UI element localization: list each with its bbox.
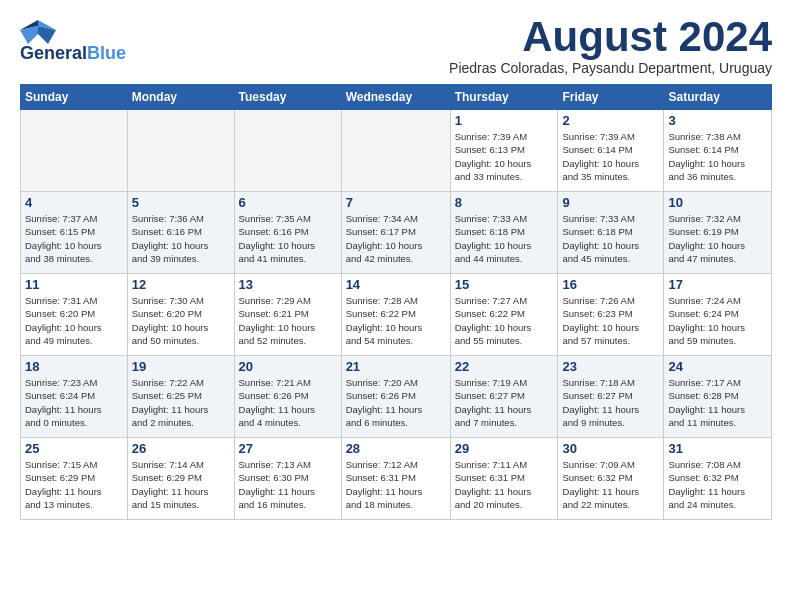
calendar-cell: 15Sunrise: 7:27 AM Sunset: 6:22 PM Dayli… xyxy=(450,274,558,356)
day-number: 2 xyxy=(562,113,659,128)
calendar-cell: 29Sunrise: 7:11 AM Sunset: 6:31 PM Dayli… xyxy=(450,438,558,520)
weekday-header-saturday: Saturday xyxy=(664,85,772,110)
day-info: Sunrise: 7:21 AM Sunset: 6:26 PM Dayligh… xyxy=(239,376,337,429)
calendar-cell: 6Sunrise: 7:35 AM Sunset: 6:16 PM Daylig… xyxy=(234,192,341,274)
day-info: Sunrise: 7:33 AM Sunset: 6:18 PM Dayligh… xyxy=(455,212,554,265)
day-number: 23 xyxy=(562,359,659,374)
day-number: 18 xyxy=(25,359,123,374)
day-info: Sunrise: 7:26 AM Sunset: 6:23 PM Dayligh… xyxy=(562,294,659,347)
day-number: 22 xyxy=(455,359,554,374)
day-number: 11 xyxy=(25,277,123,292)
calendar-cell: 18Sunrise: 7:23 AM Sunset: 6:24 PM Dayli… xyxy=(21,356,128,438)
calendar-week-5: 25Sunrise: 7:15 AM Sunset: 6:29 PM Dayli… xyxy=(21,438,772,520)
day-info: Sunrise: 7:33 AM Sunset: 6:18 PM Dayligh… xyxy=(562,212,659,265)
calendar-week-4: 18Sunrise: 7:23 AM Sunset: 6:24 PM Dayli… xyxy=(21,356,772,438)
title-block: August 2024 Piedras Coloradas, Paysandu … xyxy=(449,16,772,76)
day-number: 20 xyxy=(239,359,337,374)
day-number: 3 xyxy=(668,113,767,128)
calendar-cell xyxy=(341,110,450,192)
day-info: Sunrise: 7:37 AM Sunset: 6:15 PM Dayligh… xyxy=(25,212,123,265)
logo: General Blue xyxy=(20,16,126,64)
weekday-header-wednesday: Wednesday xyxy=(341,85,450,110)
day-number: 5 xyxy=(132,195,230,210)
day-number: 1 xyxy=(455,113,554,128)
day-number: 24 xyxy=(668,359,767,374)
calendar-cell: 1Sunrise: 7:39 AM Sunset: 6:13 PM Daylig… xyxy=(450,110,558,192)
day-number: 6 xyxy=(239,195,337,210)
calendar-cell: 10Sunrise: 7:32 AM Sunset: 6:19 PM Dayli… xyxy=(664,192,772,274)
day-number: 29 xyxy=(455,441,554,456)
day-info: Sunrise: 7:11 AM Sunset: 6:31 PM Dayligh… xyxy=(455,458,554,511)
day-number: 4 xyxy=(25,195,123,210)
day-number: 25 xyxy=(25,441,123,456)
day-number: 9 xyxy=(562,195,659,210)
month-title: August 2024 xyxy=(449,16,772,58)
calendar-cell: 2Sunrise: 7:39 AM Sunset: 6:14 PM Daylig… xyxy=(558,110,664,192)
day-info: Sunrise: 7:31 AM Sunset: 6:20 PM Dayligh… xyxy=(25,294,123,347)
day-info: Sunrise: 7:39 AM Sunset: 6:14 PM Dayligh… xyxy=(562,130,659,183)
calendar-cell: 26Sunrise: 7:14 AM Sunset: 6:29 PM Dayli… xyxy=(127,438,234,520)
day-number: 17 xyxy=(668,277,767,292)
day-info: Sunrise: 7:20 AM Sunset: 6:26 PM Dayligh… xyxy=(346,376,446,429)
day-info: Sunrise: 7:32 AM Sunset: 6:19 PM Dayligh… xyxy=(668,212,767,265)
day-number: 19 xyxy=(132,359,230,374)
day-info: Sunrise: 7:28 AM Sunset: 6:22 PM Dayligh… xyxy=(346,294,446,347)
calendar-cell xyxy=(234,110,341,192)
day-number: 12 xyxy=(132,277,230,292)
day-info: Sunrise: 7:13 AM Sunset: 6:30 PM Dayligh… xyxy=(239,458,337,511)
calendar-cell: 9Sunrise: 7:33 AM Sunset: 6:18 PM Daylig… xyxy=(558,192,664,274)
calendar-cell: 13Sunrise: 7:29 AM Sunset: 6:21 PM Dayli… xyxy=(234,274,341,356)
day-info: Sunrise: 7:18 AM Sunset: 6:27 PM Dayligh… xyxy=(562,376,659,429)
calendar-cell: 4Sunrise: 7:37 AM Sunset: 6:15 PM Daylig… xyxy=(21,192,128,274)
day-info: Sunrise: 7:27 AM Sunset: 6:22 PM Dayligh… xyxy=(455,294,554,347)
weekday-header-monday: Monday xyxy=(127,85,234,110)
day-number: 31 xyxy=(668,441,767,456)
day-info: Sunrise: 7:38 AM Sunset: 6:14 PM Dayligh… xyxy=(668,130,767,183)
calendar-cell: 11Sunrise: 7:31 AM Sunset: 6:20 PM Dayli… xyxy=(21,274,128,356)
day-info: Sunrise: 7:39 AM Sunset: 6:13 PM Dayligh… xyxy=(455,130,554,183)
day-number: 16 xyxy=(562,277,659,292)
day-number: 13 xyxy=(239,277,337,292)
day-info: Sunrise: 7:24 AM Sunset: 6:24 PM Dayligh… xyxy=(668,294,767,347)
calendar-cell xyxy=(127,110,234,192)
calendar-table: SundayMondayTuesdayWednesdayThursdayFrid… xyxy=(20,84,772,520)
calendar-cell: 8Sunrise: 7:33 AM Sunset: 6:18 PM Daylig… xyxy=(450,192,558,274)
calendar-cell: 3Sunrise: 7:38 AM Sunset: 6:14 PM Daylig… xyxy=(664,110,772,192)
calendar-cell xyxy=(21,110,128,192)
day-info: Sunrise: 7:12 AM Sunset: 6:31 PM Dayligh… xyxy=(346,458,446,511)
calendar-cell: 19Sunrise: 7:22 AM Sunset: 6:25 PM Dayli… xyxy=(127,356,234,438)
calendar-cell: 16Sunrise: 7:26 AM Sunset: 6:23 PM Dayli… xyxy=(558,274,664,356)
calendar-week-1: 1Sunrise: 7:39 AM Sunset: 6:13 PM Daylig… xyxy=(21,110,772,192)
calendar-header-row: SundayMondayTuesdayWednesdayThursdayFrid… xyxy=(21,85,772,110)
weekday-header-sunday: Sunday xyxy=(21,85,128,110)
day-info: Sunrise: 7:35 AM Sunset: 6:16 PM Dayligh… xyxy=(239,212,337,265)
calendar-cell: 14Sunrise: 7:28 AM Sunset: 6:22 PM Dayli… xyxy=(341,274,450,356)
day-info: Sunrise: 7:17 AM Sunset: 6:28 PM Dayligh… xyxy=(668,376,767,429)
logo-bird-icon xyxy=(20,16,56,44)
day-number: 7 xyxy=(346,195,446,210)
logo-blue: Blue xyxy=(87,44,126,64)
weekday-header-tuesday: Tuesday xyxy=(234,85,341,110)
day-info: Sunrise: 7:34 AM Sunset: 6:17 PM Dayligh… xyxy=(346,212,446,265)
day-info: Sunrise: 7:29 AM Sunset: 6:21 PM Dayligh… xyxy=(239,294,337,347)
day-number: 8 xyxy=(455,195,554,210)
calendar-cell: 25Sunrise: 7:15 AM Sunset: 6:29 PM Dayli… xyxy=(21,438,128,520)
day-info: Sunrise: 7:14 AM Sunset: 6:29 PM Dayligh… xyxy=(132,458,230,511)
page: General Blue August 2024 Piedras Colorad… xyxy=(0,0,792,536)
calendar-cell: 24Sunrise: 7:17 AM Sunset: 6:28 PM Dayli… xyxy=(664,356,772,438)
calendar-cell: 5Sunrise: 7:36 AM Sunset: 6:16 PM Daylig… xyxy=(127,192,234,274)
header: General Blue August 2024 Piedras Colorad… xyxy=(20,16,772,76)
calendar-week-3: 11Sunrise: 7:31 AM Sunset: 6:20 PM Dayli… xyxy=(21,274,772,356)
day-info: Sunrise: 7:09 AM Sunset: 6:32 PM Dayligh… xyxy=(562,458,659,511)
day-number: 15 xyxy=(455,277,554,292)
day-number: 27 xyxy=(239,441,337,456)
day-number: 26 xyxy=(132,441,230,456)
day-number: 10 xyxy=(668,195,767,210)
calendar-cell: 28Sunrise: 7:12 AM Sunset: 6:31 PM Dayli… xyxy=(341,438,450,520)
calendar-cell: 21Sunrise: 7:20 AM Sunset: 6:26 PM Dayli… xyxy=(341,356,450,438)
day-number: 28 xyxy=(346,441,446,456)
day-number: 21 xyxy=(346,359,446,374)
day-info: Sunrise: 7:22 AM Sunset: 6:25 PM Dayligh… xyxy=(132,376,230,429)
calendar-cell: 30Sunrise: 7:09 AM Sunset: 6:32 PM Dayli… xyxy=(558,438,664,520)
weekday-header-thursday: Thursday xyxy=(450,85,558,110)
